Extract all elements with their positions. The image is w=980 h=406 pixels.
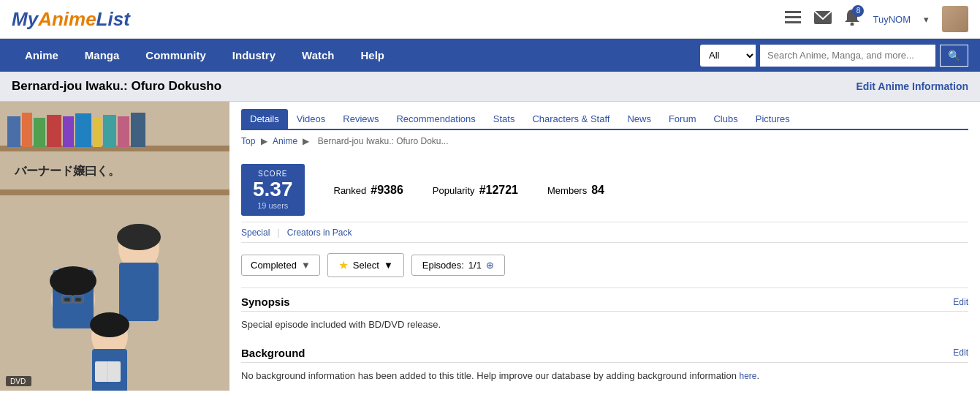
notification-badge: 8 [852,5,864,17]
tab-characters-staff[interactable]: Characters & Staff [523,109,618,129]
logo-anime: Anime [38,8,96,30]
score-box: SCORE 5.37 19 users [241,164,305,216]
breadcrumb-current: Bernard-jou Iwaku.: Ofuro Doku... [318,136,449,146]
svg-rect-16 [118,116,129,147]
search-button[interactable]: 🔍 [940,45,968,67]
episodes-plus-icon[interactable]: ⊕ [486,260,494,271]
breadcrumb: Top ▶ Anime ▶ Bernard-jou Iwaku.: Ofuro … [241,130,968,152]
star-icon: ★ [338,258,349,272]
score-users: 19 users [253,201,293,210]
controls-row: Completed ▼ ★ Select ▼ Episodes: 1/1 ⊕ [241,243,968,288]
episodes-control: Episodes: 1/1 ⊕ [411,255,505,276]
nav-manga[interactable]: Manga [72,39,133,72]
breadcrumb-sep-1: ▶ [261,136,270,146]
score-section: SCORE 5.37 19 users Ranked #9386 Popular… [241,152,968,222]
svg-rect-22 [75,298,81,301]
tab-forum[interactable]: Forum [660,109,705,129]
top-header: MyAnimeList 8 TuyNOM ▾ [0,0,980,39]
right-content: Details Videos Reviews Recommendations S… [229,102,980,391]
tab-recommendations[interactable]: Recommendations [387,109,484,129]
svg-text:DVD: DVD [10,377,26,386]
svg-rect-12 [63,116,74,147]
svg-rect-15 [103,115,116,147]
username-label[interactable]: TuyNOM [873,14,911,25]
content-area: バーナード嬢曰く。 DVD Details Videos Reviews Rec… [0,102,980,391]
svg-point-27 [117,224,161,250]
svg-text:バーナード嬢曰く。: バーナード嬢曰く。 [14,164,120,177]
main-nav: Anime Manga Community Industry Watch Hel… [0,39,980,72]
score-select-button[interactable]: ★ Select ▼ [327,253,404,277]
svg-rect-17 [131,113,145,147]
status-label: Completed [251,260,297,271]
nav-watch[interactable]: Watch [289,39,347,72]
user-dropdown-arrow[interactable]: ▾ [924,14,929,25]
breadcrumb-anime[interactable]: Anime [273,136,297,146]
svg-rect-1 [785,16,801,18]
svg-rect-26 [119,263,159,321]
svg-rect-10 [34,118,45,147]
creators-in-pack-link[interactable]: Creators in Pack [287,228,352,238]
nav-industry[interactable]: Industry [219,39,289,72]
background-here-link[interactable]: here [739,371,756,381]
svg-point-20 [50,266,96,296]
title-bar: Bernard-jou Iwaku.: Ofuro Dokusho Edit A… [0,72,980,102]
episodes-value: 1/1 [468,260,482,271]
svg-rect-9 [22,113,32,147]
score-label: SCORE [253,170,293,178]
sub-nav: Details Videos Reviews Recommendations S… [241,102,968,130]
logo-list: List [96,8,130,30]
svg-rect-8 [7,116,20,147]
background-title: Background [241,347,305,359]
background-section: Background Edit No background informatio… [241,339,968,391]
edit-anime-info-link[interactable]: Edit Anime Information [856,80,968,92]
ranked-value: #9386 [371,184,403,197]
mail-icon[interactable] [814,11,832,28]
tab-pictures[interactable]: Pictures [747,109,799,129]
tab-news[interactable]: News [618,109,660,129]
nav-help[interactable]: Help [348,39,398,72]
site-logo[interactable]: MyAnimeList [12,8,130,31]
menu-icon[interactable] [785,11,801,28]
popularity-stat: Popularity #12721 [433,184,518,197]
svg-rect-21 [64,298,70,301]
episodes-label: Episodes: [422,260,464,271]
score-value: 5.37 [253,178,293,201]
svg-point-30 [90,312,129,337]
popularity-label: Popularity [433,185,475,196]
background-text: No background information has been added… [241,369,968,391]
notification-bell-icon[interactable]: 8 [845,10,859,29]
nav-community[interactable]: Community [132,39,219,72]
svg-rect-2 [785,21,801,23]
members-value: 84 [591,184,604,197]
logo-my: My [12,8,38,30]
breadcrumb-top[interactable]: Top [241,136,255,146]
status-dropdown-button[interactable]: Completed ▼ [241,255,320,276]
search-type-select[interactable]: All Anime Manga [700,45,756,67]
search-input[interactable] [760,45,935,67]
user-avatar[interactable] [942,6,968,32]
background-edit-link[interactable]: Edit [953,347,968,358]
score-arrow-icon: ▼ [384,260,393,271]
svg-rect-0 [785,11,801,13]
tab-details[interactable]: Details [241,109,288,129]
synopsis-section: Synopsis Edit Special episode included w… [241,288,968,339]
svg-point-4 [851,22,854,26]
header-right: 8 TuyNOM ▾ [785,6,968,32]
ranked-stat: Ranked #9386 [334,184,403,197]
svg-rect-13 [75,113,91,147]
search-bar: All Anime Manga 🔍 [700,45,968,67]
tag-separator: | [277,227,279,238]
special-tag-link[interactable]: Special [241,228,270,238]
tab-stats[interactable]: Stats [485,109,524,129]
synopsis-edit-link[interactable]: Edit [953,297,968,307]
members-label: Members [547,185,587,196]
tags-row: Special | Creators in Pack [241,222,968,243]
anime-cover-image: バーナード嬢曰く。 DVD [0,102,229,391]
tab-clubs[interactable]: Clubs [704,109,746,129]
background-header: Background Edit [241,339,968,363]
tab-videos[interactable]: Videos [288,109,335,129]
svg-rect-11 [47,115,61,147]
nav-anime[interactable]: Anime [12,39,72,72]
popularity-value: #12721 [479,184,518,197]
tab-reviews[interactable]: Reviews [334,109,387,129]
